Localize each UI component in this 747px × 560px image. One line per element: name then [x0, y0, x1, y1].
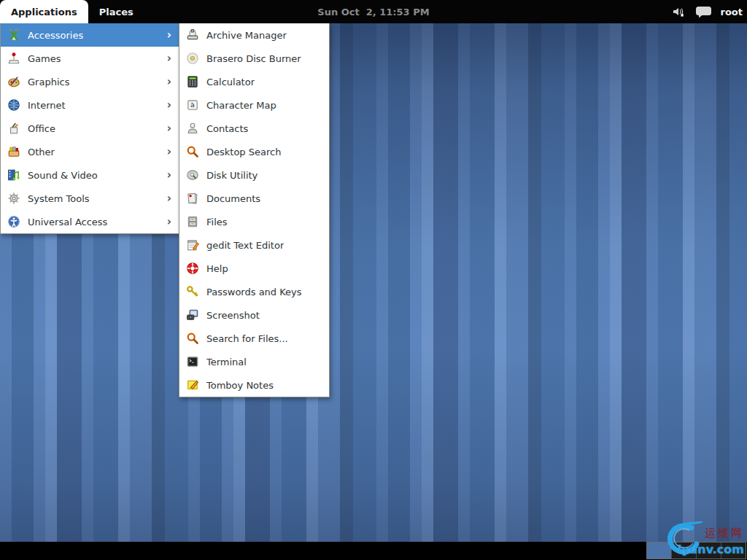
games-icon [7, 52, 20, 65]
desktop: Applications Places Sun Oct 2, 11:53 PM … [0, 0, 747, 560]
panel-status-area: root [672, 0, 743, 23]
submenu-arrow-icon [167, 77, 174, 88]
submenu-arrow-icon [167, 30, 174, 41]
workspace-cell[interactable] [696, 542, 721, 559]
application-menu-item[interactable]: Terminal [179, 350, 329, 373]
office-icon [7, 122, 20, 135]
category-menu-item[interactable]: Other [1, 140, 179, 163]
calculator-icon [186, 75, 199, 88]
category-menu-item[interactable]: Internet [1, 93, 179, 117]
application-menu-item[interactable]: Search for Files... [179, 327, 329, 350]
application-menu-item[interactable]: à Character Map [179, 93, 329, 117]
accessories-icon [7, 28, 20, 42]
workspace-cell[interactable] [671, 542, 696, 559]
help-icon [186, 262, 199, 275]
application-menu-item[interactable]: Help [179, 257, 329, 280]
workspace-cell[interactable] [647, 542, 671, 559]
desktop-search-icon [186, 145, 199, 158]
sound-video-icon [7, 168, 20, 182]
archive-manager-icon [186, 28, 199, 42]
character-map-icon: à [186, 98, 199, 112]
brasero-icon [186, 52, 199, 65]
submenu-arrow-icon [167, 217, 174, 228]
screenshot-icon [186, 308, 199, 322]
application-menu-item[interactable]: gedit Text Editor [179, 233, 329, 257]
submenu-arrow-icon [167, 147, 174, 158]
universal-access-icon [7, 215, 20, 228]
submenu-arrow-icon [167, 53, 174, 64]
user-menu-label[interactable]: root [721, 7, 743, 18]
application-menu-item[interactable]: Screenshot [179, 303, 329, 327]
tomboy-notes-icon [186, 378, 199, 392]
system-tools-icon [7, 192, 20, 205]
submenu-arrow-icon [167, 100, 174, 111]
top-panel: Applications Places Sun Oct 2, 11:53 PM … [0, 0, 747, 23]
contacts-icon [186, 122, 199, 135]
bottom-taskbar [0, 542, 747, 560]
application-menu-item[interactable]: Disk Utility [179, 163, 329, 187]
category-menu-item[interactable]: Graphics [1, 70, 179, 93]
application-menu-item[interactable]: Brasero Disc Burner [179, 47, 329, 70]
application-menu-item[interactable]: Documents [179, 187, 329, 210]
clock[interactable]: Sun Oct 2, 11:53 PM [317, 0, 429, 23]
places-menu-button[interactable]: Places [88, 0, 144, 23]
application-menu-item[interactable]: Calculator [179, 70, 329, 93]
volume-muted-icon[interactable] [672, 6, 686, 18]
applications-menu: Accessories Games Graphics Internet Offi… [0, 23, 179, 234]
internet-icon [7, 98, 20, 112]
workspace-switcher[interactable] [646, 542, 746, 559]
chat-bubble-icon[interactable] [695, 6, 712, 18]
application-menu-item[interactable]: Desktop Search [179, 140, 329, 163]
application-menu-item[interactable]: Tomboy Notes [179, 373, 329, 397]
category-menu-item[interactable]: Games [1, 47, 179, 70]
gedit-icon [186, 238, 199, 252]
files-icon [186, 215, 199, 228]
submenu-arrow-icon [167, 170, 174, 181]
terminal-icon [186, 355, 199, 368]
category-menu-item[interactable]: Office [1, 117, 179, 140]
workspace-cell[interactable] [721, 542, 746, 559]
application-menu-item[interactable]: Passwords and Keys [179, 280, 329, 303]
search-files-icon [186, 332, 199, 345]
disk-utility-icon [186, 168, 199, 182]
category-menu-item[interactable]: System Tools [1, 187, 179, 210]
application-menu-item[interactable]: Archive Manager [179, 23, 329, 47]
svg-text:à: à [190, 101, 195, 109]
category-menu-item[interactable]: Accessories [1, 23, 179, 47]
category-menu-item[interactable]: Universal Access [1, 210, 179, 233]
submenu-arrow-icon [167, 123, 174, 134]
accessories-submenu: Archive Manager Brasero Disc Burner Calc… [179, 23, 330, 397]
documents-icon [186, 192, 199, 205]
application-menu-item[interactable]: Contacts [179, 117, 329, 140]
submenu-arrow-icon [167, 193, 174, 204]
graphics-icon [7, 75, 20, 88]
category-menu-item[interactable]: Sound & Video [1, 163, 179, 187]
passwords-keys-icon [186, 285, 199, 298]
other-icon [7, 145, 20, 158]
applications-menu-button[interactable]: Applications [0, 0, 88, 23]
application-menu-item[interactable]: Files [179, 210, 329, 233]
